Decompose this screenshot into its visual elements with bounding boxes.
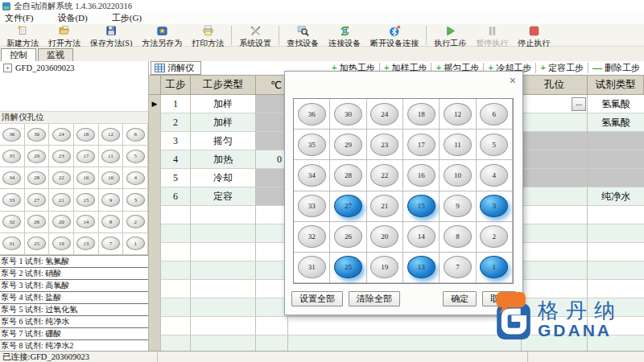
find-device-button[interactable]: 查找设备	[282, 25, 324, 47]
hole-button[interactable]: 35	[2, 150, 21, 163]
hole-button[interactable]: 6	[126, 128, 145, 142]
view-tab-1[interactable]: 监视	[38, 48, 73, 61]
hole-button[interactable]: 3	[126, 193, 145, 207]
hole-button[interactable]: 4	[480, 164, 508, 187]
hole-button[interactable]: 36	[298, 103, 326, 125]
hole-button[interactable]: 32	[2, 215, 21, 228]
hole-button[interactable]: 23	[370, 134, 398, 156]
hole-button[interactable]: 26	[334, 225, 362, 248]
hole-button[interactable]: 11	[101, 150, 120, 163]
hole-button-selected[interactable]: 15	[407, 195, 436, 217]
add-step-button-4[interactable]: +定容工步	[536, 62, 588, 74]
hole-button[interactable]: 33	[298, 195, 326, 217]
hole-button[interactable]: 22	[52, 171, 71, 185]
hole-button[interactable]: 14	[407, 225, 436, 248]
hole-button[interactable]: 6	[480, 103, 508, 125]
save-as-button[interactable]: 方法另存为	[137, 25, 187, 47]
hole-button[interactable]: 25	[27, 237, 46, 250]
hole-button[interactable]: 26	[27, 215, 46, 228]
pump-reagent-item: 泵号 2 试剂: 硝酸	[0, 268, 148, 280]
save-method-button[interactable]: 保存方法(S)	[85, 25, 137, 47]
hole-button[interactable]: 28	[334, 164, 362, 187]
hole-picker-button[interactable]: ...	[572, 97, 586, 111]
hole-button[interactable]: 20	[370, 225, 398, 248]
open-method-button[interactable]: 打开方法	[43, 25, 85, 47]
menu-item-1[interactable]: 设备(D)	[56, 12, 89, 24]
system-settings-button[interactable]: 系统设置	[234, 25, 276, 47]
hole-button[interactable]: 16	[407, 164, 436, 187]
hole-button[interactable]: 4	[126, 171, 145, 185]
tree-expand-icon[interactable]: +	[3, 64, 12, 72]
hole-button-selected[interactable]: 1	[480, 256, 508, 278]
menu-item-2[interactable]: 工步(G)	[110, 12, 143, 24]
hole-button[interactable]: 18	[76, 128, 95, 142]
hole-button[interactable]: 34	[298, 164, 326, 187]
hole-button-selected[interactable]: 13	[407, 256, 436, 278]
hole-button[interactable]: 28	[27, 171, 46, 185]
hole-button[interactable]: 14	[76, 215, 95, 228]
hole-button[interactable]: 23	[52, 150, 71, 163]
close-icon[interactable]: ×	[510, 75, 516, 86]
menu-item-0[interactable]: 文件(F)	[3, 12, 35, 24]
set-all-button[interactable]: 设置全部	[291, 291, 343, 306]
hole-button[interactable]: 17	[407, 134, 436, 156]
hole-button[interactable]: 2	[480, 225, 508, 248]
ok-button[interactable]: 确定	[443, 291, 477, 306]
hole-button[interactable]: 29	[27, 150, 46, 163]
connect-device-button[interactable]: 连接设备	[324, 25, 365, 47]
hole-button-selected[interactable]: 3	[480, 195, 508, 217]
tree-item-device[interactable]: + GFD_203609023	[0, 61, 148, 72]
hole-button[interactable]: 36	[2, 128, 21, 142]
hole-button[interactable]: 20	[52, 215, 71, 228]
hole-button[interactable]: 8	[101, 215, 120, 228]
print-method-button[interactable]: 打印方法	[187, 25, 229, 47]
hole-button-selected[interactable]: 25	[334, 256, 362, 278]
hole-button[interactable]: 21	[370, 195, 398, 217]
hole-button[interactable]: 34	[2, 171, 21, 185]
hole-button[interactable]: 9	[444, 195, 472, 217]
hole-button[interactable]: 19	[370, 256, 398, 278]
hole-button[interactable]: 21	[52, 193, 71, 207]
hole-button[interactable]: 24	[370, 103, 398, 125]
tab-digester[interactable]: 消解仪	[151, 61, 201, 75]
hole-button[interactable]: 17	[76, 150, 95, 163]
hole-button[interactable]: 16	[76, 171, 95, 185]
hole-button[interactable]: 32	[298, 225, 326, 248]
hole-button[interactable]: 10	[444, 164, 472, 187]
hole-button[interactable]: 8	[444, 225, 472, 248]
hole-button[interactable]: 5	[126, 150, 145, 163]
hole-button[interactable]: 24	[52, 128, 71, 142]
hole-button[interactable]: 1	[126, 237, 145, 250]
hole-button[interactable]: 27	[27, 193, 46, 207]
hole-button[interactable]: 13	[76, 237, 95, 250]
hole-button[interactable]: 11	[444, 134, 472, 156]
hole-button[interactable]: 22	[370, 164, 398, 187]
hole-button[interactable]: 31	[298, 256, 326, 278]
clear-all-button[interactable]: 清除全部	[349, 291, 400, 306]
hole-button[interactable]: 7	[444, 256, 472, 278]
hole-button[interactable]: 2	[126, 215, 145, 228]
hole-button[interactable]: 12	[444, 103, 472, 125]
hole-button-selected[interactable]: 27	[334, 195, 362, 217]
hole-button[interactable]: 9	[101, 193, 120, 207]
hole-button[interactable]: 30	[27, 128, 46, 142]
hole-button[interactable]: 7	[101, 237, 120, 250]
hole-button[interactable]: 5	[480, 134, 508, 156]
hole-button[interactable]: 10	[101, 171, 120, 185]
hole-button[interactable]: 15	[76, 193, 95, 207]
hole-button[interactable]: 18	[407, 103, 436, 125]
new-method-button[interactable]: 新建方法	[2, 25, 43, 47]
view-tab-0[interactable]: 控制	[1, 48, 36, 61]
add-step-button-5[interactable]: —删除工步	[588, 62, 644, 74]
hole-button[interactable]: 29	[334, 134, 362, 156]
hole-button[interactable]: 30	[334, 103, 362, 125]
dialog-hole-cell: 31	[294, 253, 330, 283]
hole-button[interactable]: 19	[52, 237, 71, 250]
hole-button[interactable]: 31	[2, 237, 21, 250]
run-step-button[interactable]: 执行工步	[429, 25, 471, 47]
hole-button[interactable]: 33	[2, 193, 21, 207]
stop-run-button[interactable]: 停止执行	[513, 25, 555, 47]
hole-button[interactable]: 12	[101, 128, 120, 142]
disconnect-device-button[interactable]: 断开设备连接	[365, 25, 423, 47]
hole-button[interactable]: 35	[298, 134, 326, 156]
